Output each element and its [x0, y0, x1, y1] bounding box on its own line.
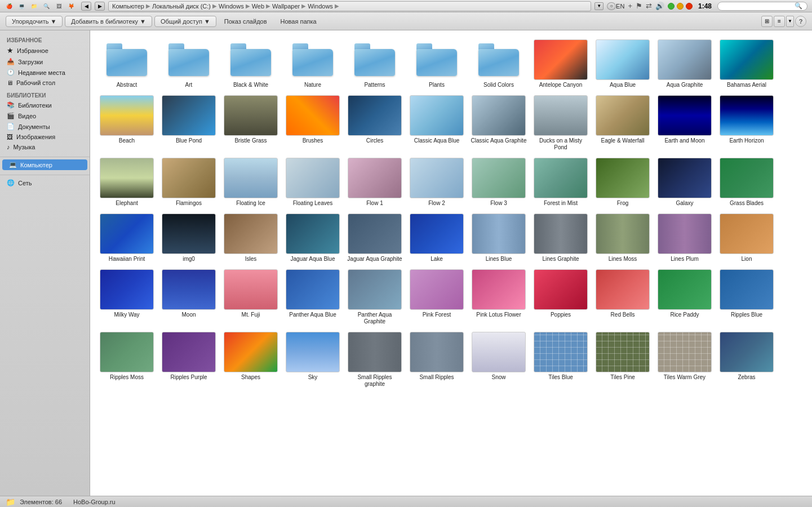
help-button[interactable]: ? [795, 16, 806, 27]
arrows-icon[interactable]: ⇄ [646, 2, 652, 10]
file-item[interactable]: Moon [158, 266, 220, 328]
breadcrumb-drive[interactable]: Локальный диск (C:) [152, 3, 211, 10]
file-item[interactable]: Aqua Graphite [654, 36, 716, 92]
sidebar-item-libraries[interactable]: 📚 Библиотеки [0, 100, 90, 110]
folder-item[interactable]: Art [158, 36, 220, 92]
file-item[interactable]: Antelope Canyon [530, 36, 592, 92]
browser-icon[interactable]: 🦊 [66, 2, 76, 11]
file-item[interactable]: Lines Graphite [530, 210, 592, 266]
file-item[interactable]: Tiles Pine [592, 328, 654, 391]
folder-item[interactable]: Black & White [220, 36, 282, 92]
file-item[interactable]: Zebras [716, 328, 778, 391]
file-item[interactable]: Hawaiian Print [96, 210, 158, 266]
new-folder-button[interactable]: Новая папка [275, 16, 322, 26]
file-item[interactable]: Floating Leaves [282, 154, 344, 210]
breadcrumb-windows[interactable]: Windows [219, 3, 244, 10]
file-item[interactable]: Small Ripples graphite [344, 328, 406, 391]
file-item[interactable]: Shapes [220, 328, 282, 391]
file-item[interactable]: Jaguar Aqua Blue [282, 210, 344, 266]
slideshow-button[interactable]: Показ слайдов [219, 16, 273, 26]
file-item[interactable]: Milky Way [96, 266, 158, 328]
sidebar-item-favorites[interactable]: ★ Избранное [0, 45, 90, 56]
file-item[interactable]: Elephant [96, 154, 158, 210]
dropdown-button[interactable]: ▼ [594, 2, 604, 10]
file-item[interactable]: Pink Lotus Flower [468, 266, 530, 328]
folder-item[interactable]: Plants [406, 36, 468, 92]
apple-icon[interactable]: 🍎 [5, 2, 14, 11]
add-library-button[interactable]: Добавить в библиотеку ▼ [65, 16, 152, 27]
file-item[interactable]: Small Ripples [406, 328, 468, 391]
sidebar-item-recent[interactable]: 🕐 Недавние места [0, 67, 90, 78]
volume-icon[interactable]: 🔊 [655, 2, 664, 10]
file-icon[interactable]: 📁 [29, 2, 38, 11]
file-item[interactable]: img0 [158, 210, 220, 266]
file-item[interactable]: Classic Aqua Graphite [468, 92, 530, 154]
file-item[interactable]: Ripples Moss [96, 328, 158, 391]
file-item[interactable]: Flamingos [158, 154, 220, 210]
file-item[interactable]: Circles [344, 92, 406, 154]
breadcrumb-windows2[interactable]: Windows [308, 3, 333, 10]
file-item[interactable]: Ducks on a Misty Pond [530, 92, 592, 154]
file-item[interactable]: Lines Blue [468, 210, 530, 266]
yellow-light[interactable] [677, 3, 684, 10]
file-item[interactable]: Lake [406, 210, 468, 266]
file-item[interactable]: Grass Blades [716, 154, 778, 210]
flag-icon[interactable]: ⚑ [636, 2, 642, 10]
file-item[interactable]: Isles [220, 210, 282, 266]
sidebar-item-video[interactable]: 🎬 Видео [0, 110, 90, 121]
file-item[interactable]: Blue Pond [158, 92, 220, 154]
file-item[interactable]: Snow [468, 328, 530, 391]
file-item[interactable]: Eagle & Waterfall [592, 92, 654, 154]
file-item[interactable]: Pink Forest [406, 266, 468, 328]
forward-button[interactable]: ▶ [95, 2, 105, 11]
image-icon[interactable]: 🖼 [54, 2, 63, 11]
breadcrumb-web[interactable]: Web [252, 3, 264, 10]
breadcrumb-wallpaper[interactable]: Wallpaper [272, 3, 300, 10]
plus-icon[interactable]: + [628, 2, 632, 10]
finder-icon[interactable]: 💻 [17, 2, 26, 11]
folder-item[interactable]: Abstract [96, 36, 158, 92]
file-item[interactable]: Beach [96, 92, 158, 154]
file-item[interactable]: Flow 2 [406, 154, 468, 210]
file-item[interactable]: Ripples Purple [158, 328, 220, 391]
file-item[interactable]: Sky [282, 328, 344, 391]
file-item[interactable]: Classic Aqua Blue [406, 92, 468, 154]
search-input[interactable] [721, 3, 795, 10]
sidebar-item-downloads[interactable]: 📥 Загрузки [0, 56, 90, 67]
share-button[interactable]: Общий доступ ▼ [154, 16, 216, 27]
list-view-button[interactable]: ≡ [774, 16, 785, 27]
file-item[interactable]: Bahamas Aerial [716, 36, 778, 92]
file-item[interactable]: Earth and Moon [654, 92, 716, 154]
file-item[interactable]: Forest in Mist [530, 154, 592, 210]
sidebar-item-music[interactable]: ♪ Музыка [0, 142, 90, 152]
file-item[interactable]: Floating Ice [220, 154, 282, 210]
icon-view-button[interactable]: ⊞ [761, 16, 773, 27]
file-item[interactable]: Panther Aqua Blue [282, 266, 344, 328]
file-item[interactable]: Rice Paddy [654, 266, 716, 328]
refresh-button[interactable]: ○ [607, 2, 616, 10]
sidebar-item-desktop[interactable]: 🖥 Рабочий стол [0, 78, 90, 88]
file-item[interactable]: Bristle Grass [220, 92, 282, 154]
sidebar-item-computer[interactable]: 💻 Компьютер [2, 159, 87, 170]
file-item[interactable]: Lines Moss [592, 210, 654, 266]
file-item[interactable]: Aqua Blue [592, 36, 654, 92]
file-item[interactable]: Poppies [530, 266, 592, 328]
green-light[interactable] [668, 3, 675, 10]
file-item[interactable]: Earth Horizon [716, 92, 778, 154]
search-bar[interactable]: 🔍 [717, 2, 807, 11]
file-item[interactable]: Ripples Blue [716, 266, 778, 328]
file-item[interactable]: Tiles Blue [530, 328, 592, 391]
sidebar-item-network[interactable]: 🌐 Сеть [0, 177, 90, 188]
file-item[interactable]: Panther Aqua Graphite [344, 266, 406, 328]
file-item[interactable]: Mt. Fuji [220, 266, 282, 328]
magnify-icon[interactable]: 🔍 [42, 2, 51, 11]
file-item[interactable]: Galaxy [654, 154, 716, 210]
file-item[interactable]: Tiles Warm Grey [654, 328, 716, 391]
view-dropdown-button[interactable]: ▼ [786, 16, 794, 27]
file-item[interactable]: Jaguar Aqua Graphite [344, 210, 406, 266]
sidebar-item-images[interactable]: 🖼 Изображения [0, 132, 90, 142]
file-item[interactable]: Brushes [282, 92, 344, 154]
breadcrumb-computer[interactable]: Компьютер [112, 3, 144, 10]
arrange-button[interactable]: Упорядочить ▼ [6, 16, 63, 27]
file-item[interactable]: Flow 3 [468, 154, 530, 210]
